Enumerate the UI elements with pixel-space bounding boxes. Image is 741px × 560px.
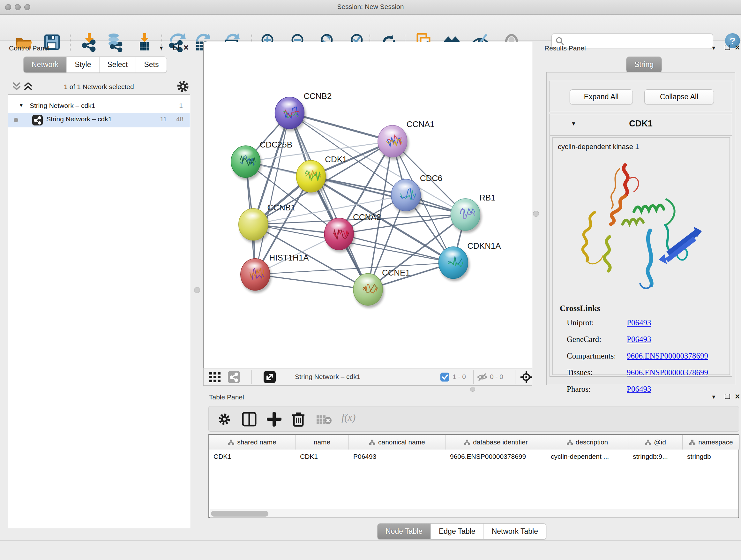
tab-node-table[interactable]: Node Table	[378, 523, 430, 539]
delete-column-trash-icon[interactable]	[291, 411, 306, 427]
graph-node-RB1[interactable]: RB1	[451, 193, 495, 233]
control-panel-float-icon[interactable]: ▼	[158, 45, 164, 51]
network-name: String Network – cdk1	[46, 115, 112, 123]
expand-all-icon[interactable]	[23, 81, 35, 92]
graph-node-CCNB2[interactable]: CCNB2	[275, 91, 332, 132]
network-canvas[interactable]: CCNB2CCNA1CDC25BCDK1CDC6RB1CCNB1CCNA2CDK…	[203, 42, 532, 368]
hidden-eye-slash-icon[interactable]	[477, 373, 488, 381]
graph-node-CCNE1[interactable]: CCNE1	[353, 268, 410, 308]
table-cell[interactable]: stringdb:9...	[628, 449, 683, 463]
tab-select[interactable]: Select	[99, 57, 136, 72]
table-options-gear-icon[interactable]	[218, 413, 231, 426]
import-network-from-file-icon[interactable]	[80, 33, 98, 52]
crosslink-label: Uniprot:	[567, 318, 594, 327]
show-columns-icon[interactable]	[242, 412, 257, 427]
network-options-gear-icon[interactable]	[176, 80, 190, 93]
gene-section-header[interactable]: ▼ CDK1	[550, 114, 732, 136]
control-panel-close-icon[interactable]: ×	[184, 45, 189, 51]
column-type-icon	[464, 439, 470, 445]
results-panel-close-icon[interactable]: ×	[735, 45, 740, 51]
delete-table-icon[interactable]	[316, 414, 333, 425]
selected-checkbox-icon[interactable]	[441, 373, 449, 381]
crosslink-value-link[interactable]: 9606.ENSP00000378699	[627, 368, 708, 377]
scrollbar-thumb[interactable]	[211, 511, 268, 516]
open-in-new-window-icon[interactable]	[264, 371, 276, 383]
statusbar-divider	[473, 370, 474, 384]
bottom-splitter-handle[interactable]	[470, 387, 475, 392]
column-header-canonical-name[interactable]: canonical name	[349, 435, 446, 449]
import-network-from-database-icon[interactable]	[105, 33, 124, 52]
table-cell[interactable]: 9606.ENSP00000378699	[446, 449, 546, 463]
expand-all-button[interactable]: Expand All	[569, 89, 633, 105]
graph-node-CCNA1[interactable]: CCNA1	[378, 120, 434, 160]
crosslink-value-link[interactable]: P06493	[627, 335, 651, 344]
import-table-from-file-icon[interactable]	[135, 33, 154, 52]
tab-edge-table[interactable]: Edge Table	[430, 523, 483, 539]
tab-string[interactable]: String	[626, 57, 662, 72]
column-header-namespace[interactable]: namespace	[683, 435, 740, 449]
function-builder-icon[interactable]: f(x)	[341, 412, 355, 423]
statusbar-divider	[252, 370, 252, 384]
column-header--id[interactable]: @id	[628, 435, 683, 449]
column-header-description[interactable]: description	[546, 435, 628, 449]
collection-count: 1	[179, 102, 183, 110]
graph-node-label: HIST1H1A	[269, 253, 309, 262]
table-cell[interactable]: P06493	[349, 449, 446, 463]
graph-edge[interactable]	[255, 274, 368, 290]
column-header-label: namespace	[698, 438, 733, 446]
string-app-icon	[32, 115, 43, 125]
column-header-label: shared name	[237, 438, 276, 446]
graph-node-label: CCNB2	[304, 91, 332, 101]
graph-edge[interactable]	[255, 113, 290, 274]
network-collection-row[interactable]: ▼ String Network – cdk1 1	[8, 99, 190, 114]
tab-sets[interactable]: Sets	[136, 57, 166, 72]
crosslink-value-link[interactable]: P06493	[627, 318, 651, 327]
table-cell[interactable]: stringdb	[683, 449, 740, 463]
column-header-database-identifier[interactable]: database identifier	[446, 435, 546, 449]
tab-network-table[interactable]: Network Table	[483, 523, 546, 539]
search-input[interactable]	[566, 35, 708, 47]
window-title: Session: New Session	[0, 3, 741, 10]
left-splitter-handle[interactable]	[194, 287, 200, 293]
network-graph[interactable]: CCNB2CCNA1CDC25BCDK1CDC6RB1CCNB1CCNA2CDK…	[204, 42, 532, 368]
column-type-icon	[689, 439, 696, 445]
results-panel-float-icon[interactable]: ▼	[711, 45, 717, 51]
crosslink-value-link[interactable]: 9606.ENSP00000378699	[627, 352, 708, 361]
table-panel-tabs: Node TableEdge TableNetwork Table	[377, 523, 546, 540]
crosslink-value-link[interactable]: P06493	[627, 385, 651, 394]
right-splitter-handle[interactable]	[533, 211, 539, 217]
table-cell[interactable]: cyclin-dependent ...	[546, 449, 628, 463]
graph-node-CDKN1A[interactable]: CDKN1A	[439, 241, 501, 281]
create-column-plus-icon[interactable]	[267, 412, 281, 427]
results-panel-undock-icon[interactable]	[725, 45, 730, 50]
graph-node-label: CDK1	[325, 155, 347, 164]
network-view-statusbar: String Network – cdk1 1 - 0 0 - 0	[203, 368, 532, 386]
collapse-all-icon[interactable]	[11, 81, 23, 92]
selected-nodes-edges-count: 1 - 0	[453, 373, 466, 381]
string-style-icon[interactable]	[228, 371, 240, 383]
table-panel-undock-icon[interactable]	[725, 394, 730, 399]
column-header-name[interactable]: name	[295, 435, 349, 449]
tab-style[interactable]: Style	[66, 57, 99, 72]
control-panel-undock-icon[interactable]	[173, 45, 179, 50]
graph-node-label: CDC6	[420, 174, 443, 183]
column-header-label: description	[576, 438, 608, 446]
column-header-label: @id	[654, 438, 666, 446]
birds-eye-view-icon[interactable]	[520, 371, 532, 383]
tab-network[interactable]: Network	[23, 57, 66, 72]
expand-collapse-box: Expand All Collapse All	[549, 81, 732, 112]
collapse-all-button[interactable]: Collapse All	[644, 89, 714, 105]
collection-expander-icon[interactable]: ▼	[19, 103, 23, 108]
grid-view-icon[interactable]	[209, 372, 221, 382]
column-header-shared-name[interactable]: shared name	[209, 435, 295, 449]
table-panel-close-icon[interactable]: ×	[735, 394, 740, 399]
graph-node-CDK1[interactable]: CDK1	[296, 155, 347, 195]
column-type-icon	[566, 439, 573, 445]
crosslink-label: GeneCard:	[567, 335, 601, 344]
graph-edge[interactable]	[289, 113, 368, 290]
table-panel-float-icon[interactable]: ▼	[711, 394, 717, 400]
network-selector-text[interactable]: 1 of 1 Network selected	[38, 83, 159, 91]
table-cell[interactable]: CDK1	[295, 449, 349, 463]
network-row[interactable]: String Network – cdk1 11 48	[8, 113, 190, 127]
table-cell[interactable]: CDK1	[209, 449, 295, 463]
